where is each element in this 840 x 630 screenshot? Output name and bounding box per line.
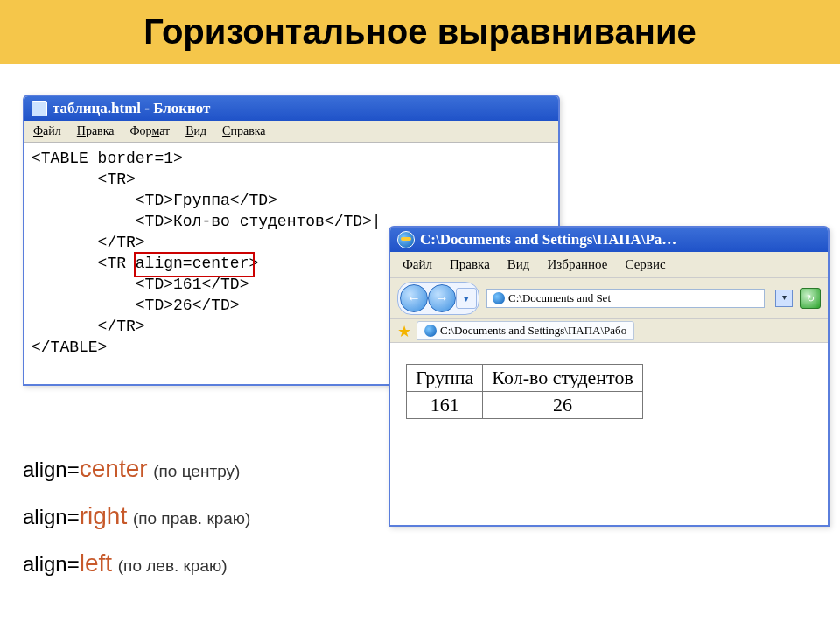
menu-view[interactable]: Вид	[186, 124, 206, 138]
nav-dropdown[interactable]: ▾	[456, 288, 477, 309]
ie-menu-edit[interactable]: Правка	[450, 257, 490, 272]
legend-note: (по лев. краю)	[118, 556, 228, 575]
notepad-icon	[32, 101, 47, 116]
legend-note: (по центру)	[153, 462, 240, 480]
table-row: Группа Кол-во студентов	[407, 365, 643, 392]
slide: Горизонтальное выравнивание таблица.html…	[0, 0, 840, 630]
rendered-table: Группа Кол-во студентов 161 26	[406, 364, 643, 419]
legend-value: left	[80, 550, 112, 577]
legend-prefix: align=	[23, 552, 80, 576]
forward-button[interactable]: →	[428, 284, 456, 312]
notepad-titlebar[interactable]: таблица.html - Блокнот	[24, 96, 558, 121]
ie-tabbar: ★ C:\Documents and Settings\ПАПА\Рабо	[390, 319, 828, 343]
favorites-icon[interactable]: ★	[396, 322, 413, 340]
menu-edit[interactable]: Правка	[77, 124, 115, 138]
address-dropdown[interactable]: ▾	[775, 290, 793, 307]
ie-titlebar[interactable]: C:\Documents and Settings\ПАПА\Ра…	[390, 228, 828, 252]
legend-value: center	[80, 455, 148, 482]
th-group: Группа	[407, 365, 483, 392]
tab-page-icon	[424, 325, 437, 337]
refresh-button[interactable]: ↻	[800, 288, 821, 309]
code-highlight-box	[134, 252, 255, 277]
slide-title-bar: Горизонтальное выравнивание	[0, 0, 840, 64]
menu-help[interactable]: Справка	[222, 124, 265, 138]
ie-menubar: Файл Правка Вид Избранное Сервис	[390, 252, 828, 278]
ie-page-body: Группа Кол-во студентов 161 26	[390, 343, 828, 525]
table-row: 161 26	[407, 392, 643, 419]
notepad-title: таблица.html - Блокнот	[52, 100, 210, 117]
nav-buttons: ← → ▾	[397, 282, 480, 315]
legend-right: align=right (по прав. краю)	[23, 502, 250, 530]
slide-title: Горизонтальное выравнивание	[0, 12, 840, 52]
ie-page-icon	[493, 292, 505, 304]
address-bar[interactable]: C:\Documents and Set	[486, 289, 765, 308]
legend-prefix: align=	[23, 458, 80, 481]
legend-center: align=center (по центру)	[23, 455, 250, 483]
address-text: C:\Documents and Set	[508, 291, 611, 305]
legend-value: right	[80, 502, 127, 529]
td-count: 26	[483, 392, 642, 419]
tab-label: C:\Documents and Settings\ПАПА\Рабо	[440, 324, 626, 338]
ie-title: C:\Documents and Settings\ПАПА\Ра…	[420, 231, 676, 248]
legend-prefix: align=	[23, 505, 80, 528]
legend-left: align=left (по лев. краю)	[23, 550, 250, 578]
ie-icon	[397, 231, 415, 248]
ie-menu-file[interactable]: Файл	[402, 257, 432, 272]
th-count: Кол-во студентов	[483, 365, 642, 392]
notepad-menubar: Файл Правка Формат Вид Справка	[24, 121, 558, 142]
ie-window: C:\Documents and Settings\ПАПА\Ра… Файл …	[388, 226, 830, 527]
menu-file[interactable]: Файл	[33, 124, 61, 138]
align-legend: align=center (по центру) align=right (по…	[23, 455, 250, 597]
back-button[interactable]: ←	[400, 284, 428, 312]
browser-tab[interactable]: C:\Documents and Settings\ПАПА\Рабо	[416, 321, 634, 340]
menu-format[interactable]: Формат	[130, 124, 171, 138]
ie-menu-tools[interactable]: Сервис	[625, 257, 665, 272]
ie-toolbar: ← → ▾ C:\Documents and Set ▾ ↻	[390, 278, 828, 319]
legend-note: (по прав. краю)	[133, 509, 251, 528]
td-group: 161	[407, 392, 483, 419]
ie-menu-view[interactable]: Вид	[508, 257, 530, 272]
ie-menu-fav[interactable]: Избранное	[548, 257, 608, 272]
